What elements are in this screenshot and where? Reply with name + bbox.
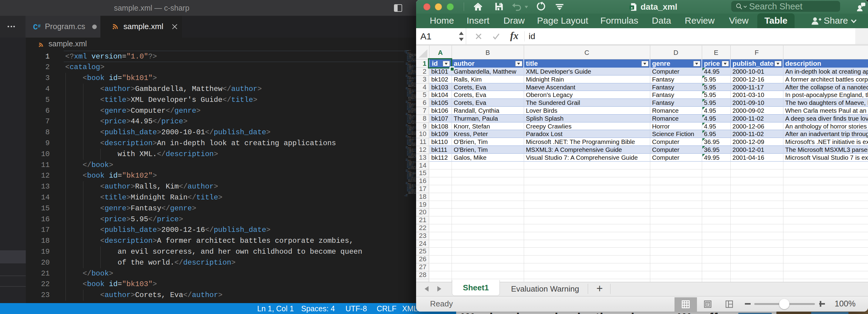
svg-text:x: x (631, 6, 633, 9)
